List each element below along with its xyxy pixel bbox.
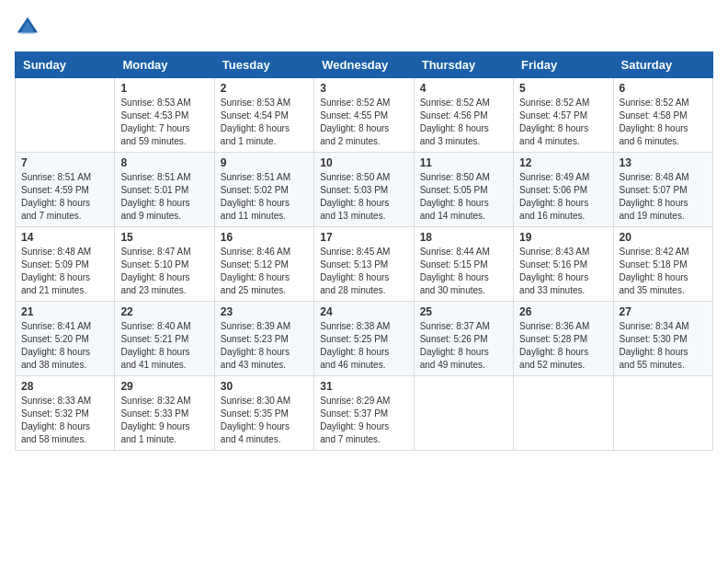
logo-icon (15, 15, 40, 40)
day-info: Sunrise: 8:37 AM Sunset: 5:26 PM Dayligh… (420, 320, 507, 372)
day-number: 25 (420, 305, 507, 318)
day-number: 22 (120, 305, 208, 318)
calendar-cell: 31Sunrise: 8:29 AM Sunset: 5:37 PM Dayli… (314, 376, 414, 451)
day-info: Sunrise: 8:32 AM Sunset: 5:33 PM Dayligh… (120, 395, 208, 446)
day-info: Sunrise: 8:53 AM Sunset: 4:53 PM Dayligh… (120, 97, 208, 148)
header-thursday: Thursday (414, 52, 513, 78)
day-number: 5 (519, 82, 607, 95)
header-friday: Friday (514, 52, 613, 78)
calendar-cell: 17Sunrise: 8:45 AM Sunset: 5:13 PM Dayli… (314, 227, 414, 302)
logo (15, 15, 44, 40)
day-info: Sunrise: 8:52 AM Sunset: 4:56 PM Dayligh… (420, 97, 507, 148)
week-row-4: 21Sunrise: 8:41 AM Sunset: 5:20 PM Dayli… (16, 302, 713, 376)
day-info: Sunrise: 8:34 AM Sunset: 5:30 PM Dayligh… (620, 320, 707, 372)
calendar-cell: 10Sunrise: 8:50 AM Sunset: 5:03 PM Dayli… (314, 153, 414, 227)
day-info: Sunrise: 8:51 AM Sunset: 5:01 PM Dayligh… (120, 171, 208, 223)
calendar-cell (414, 376, 513, 451)
calendar-cell: 27Sunrise: 8:34 AM Sunset: 5:30 PM Dayli… (613, 302, 712, 376)
calendar-table: SundayMondayTuesdayWednesdayThursdayFrid… (15, 52, 713, 451)
day-number: 30 (221, 380, 308, 393)
calendar-cell: 21Sunrise: 8:41 AM Sunset: 5:20 PM Dayli… (16, 302, 115, 376)
week-row-5: 28Sunrise: 8:33 AM Sunset: 5:32 PM Dayli… (16, 376, 713, 451)
day-info: Sunrise: 8:30 AM Sunset: 5:35 PM Dayligh… (221, 395, 308, 446)
day-number: 15 (120, 231, 208, 244)
calendar-cell: 9Sunrise: 8:51 AM Sunset: 5:02 PM Daylig… (214, 153, 313, 227)
day-info: Sunrise: 8:46 AM Sunset: 5:12 PM Dayligh… (221, 246, 308, 297)
day-number: 10 (320, 156, 407, 169)
calendar-cell (514, 376, 613, 451)
day-number: 3 (320, 82, 407, 95)
day-number: 28 (21, 380, 108, 393)
calendar-cell: 20Sunrise: 8:42 AM Sunset: 5:18 PM Dayli… (613, 227, 712, 302)
day-number: 17 (320, 231, 407, 244)
calendar-cell: 8Sunrise: 8:51 AM Sunset: 5:01 PM Daylig… (115, 153, 214, 227)
header-monday: Monday (115, 52, 214, 78)
day-info: Sunrise: 8:48 AM Sunset: 5:09 PM Dayligh… (21, 246, 108, 297)
header-tuesday: Tuesday (214, 52, 313, 78)
day-info: Sunrise: 8:47 AM Sunset: 5:10 PM Dayligh… (120, 246, 208, 297)
header-saturday: Saturday (613, 52, 712, 78)
calendar-cell: 16Sunrise: 8:46 AM Sunset: 5:12 PM Dayli… (214, 227, 313, 302)
calendar-header-row: SundayMondayTuesdayWednesdayThursdayFrid… (16, 52, 713, 78)
calendar-cell: 18Sunrise: 8:44 AM Sunset: 5:15 PM Dayli… (414, 227, 513, 302)
day-info: Sunrise: 8:43 AM Sunset: 5:16 PM Dayligh… (519, 246, 607, 297)
day-number: 9 (221, 156, 308, 169)
calendar-cell: 13Sunrise: 8:48 AM Sunset: 5:07 PM Dayli… (613, 153, 712, 227)
day-info: Sunrise: 8:38 AM Sunset: 5:25 PM Dayligh… (320, 320, 407, 372)
day-number: 8 (120, 156, 208, 169)
day-info: Sunrise: 8:41 AM Sunset: 5:20 PM Dayligh… (21, 320, 108, 372)
calendar-cell: 6Sunrise: 8:52 AM Sunset: 4:58 PM Daylig… (613, 78, 712, 153)
calendar-cell: 5Sunrise: 8:52 AM Sunset: 4:57 PM Daylig… (514, 78, 613, 153)
calendar-cell: 24Sunrise: 8:38 AM Sunset: 5:25 PM Dayli… (314, 302, 414, 376)
day-number: 16 (221, 231, 308, 244)
day-info: Sunrise: 8:39 AM Sunset: 5:23 PM Dayligh… (221, 320, 308, 372)
day-number: 1 (120, 82, 208, 95)
day-info: Sunrise: 8:52 AM Sunset: 4:55 PM Dayligh… (320, 97, 407, 148)
calendar-cell: 12Sunrise: 8:49 AM Sunset: 5:06 PM Dayli… (514, 153, 613, 227)
calendar-cell: 23Sunrise: 8:39 AM Sunset: 5:23 PM Dayli… (214, 302, 313, 376)
day-number: 24 (320, 305, 407, 318)
calendar-cell: 2Sunrise: 8:53 AM Sunset: 4:54 PM Daylig… (214, 78, 313, 153)
day-info: Sunrise: 8:45 AM Sunset: 5:13 PM Dayligh… (320, 246, 407, 297)
day-info: Sunrise: 8:51 AM Sunset: 4:59 PM Dayligh… (21, 171, 108, 223)
header-wednesday: Wednesday (314, 52, 414, 78)
day-info: Sunrise: 8:29 AM Sunset: 5:37 PM Dayligh… (320, 395, 407, 446)
day-info: Sunrise: 8:50 AM Sunset: 5:05 PM Dayligh… (420, 171, 507, 223)
day-number: 18 (420, 231, 507, 244)
calendar-cell: 28Sunrise: 8:33 AM Sunset: 5:32 PM Dayli… (16, 376, 115, 451)
calendar-cell: 15Sunrise: 8:47 AM Sunset: 5:10 PM Dayli… (115, 227, 214, 302)
day-info: Sunrise: 8:52 AM Sunset: 4:57 PM Dayligh… (519, 97, 607, 148)
calendar-cell: 29Sunrise: 8:32 AM Sunset: 5:33 PM Dayli… (115, 376, 214, 451)
calendar-cell (16, 78, 115, 153)
day-number: 20 (620, 231, 707, 244)
calendar-cell: 11Sunrise: 8:50 AM Sunset: 5:05 PM Dayli… (414, 153, 513, 227)
calendar-cell: 3Sunrise: 8:52 AM Sunset: 4:55 PM Daylig… (314, 78, 414, 153)
day-number: 27 (620, 305, 707, 318)
day-number: 26 (519, 305, 607, 318)
day-info: Sunrise: 8:33 AM Sunset: 5:32 PM Dayligh… (21, 395, 108, 446)
week-row-2: 7Sunrise: 8:51 AM Sunset: 4:59 PM Daylig… (16, 153, 713, 227)
day-info: Sunrise: 8:36 AM Sunset: 5:28 PM Dayligh… (519, 320, 607, 372)
week-row-1: 1Sunrise: 8:53 AM Sunset: 4:53 PM Daylig… (16, 78, 713, 153)
calendar-cell: 26Sunrise: 8:36 AM Sunset: 5:28 PM Dayli… (514, 302, 613, 376)
day-number: 31 (320, 380, 407, 393)
day-number: 19 (519, 231, 607, 244)
calendar-cell (613, 376, 712, 451)
week-row-3: 14Sunrise: 8:48 AM Sunset: 5:09 PM Dayli… (16, 227, 713, 302)
day-info: Sunrise: 8:52 AM Sunset: 4:58 PM Dayligh… (620, 97, 707, 148)
day-number: 21 (21, 305, 108, 318)
calendar-cell: 30Sunrise: 8:30 AM Sunset: 5:35 PM Dayli… (214, 376, 313, 451)
day-info: Sunrise: 8:40 AM Sunset: 5:21 PM Dayligh… (120, 320, 208, 372)
day-info: Sunrise: 8:51 AM Sunset: 5:02 PM Dayligh… (221, 171, 308, 223)
day-number: 6 (620, 82, 707, 95)
calendar-cell: 4Sunrise: 8:52 AM Sunset: 4:56 PM Daylig… (414, 78, 513, 153)
day-number: 12 (519, 156, 607, 169)
day-number: 14 (21, 231, 108, 244)
calendar-cell: 25Sunrise: 8:37 AM Sunset: 5:26 PM Dayli… (414, 302, 513, 376)
day-number: 4 (420, 82, 507, 95)
day-info: Sunrise: 8:48 AM Sunset: 5:07 PM Dayligh… (620, 171, 707, 223)
day-number: 2 (221, 82, 308, 95)
calendar-cell: 19Sunrise: 8:43 AM Sunset: 5:16 PM Dayli… (514, 227, 613, 302)
day-number: 13 (620, 156, 707, 169)
calendar-cell: 1Sunrise: 8:53 AM Sunset: 4:53 PM Daylig… (115, 78, 214, 153)
